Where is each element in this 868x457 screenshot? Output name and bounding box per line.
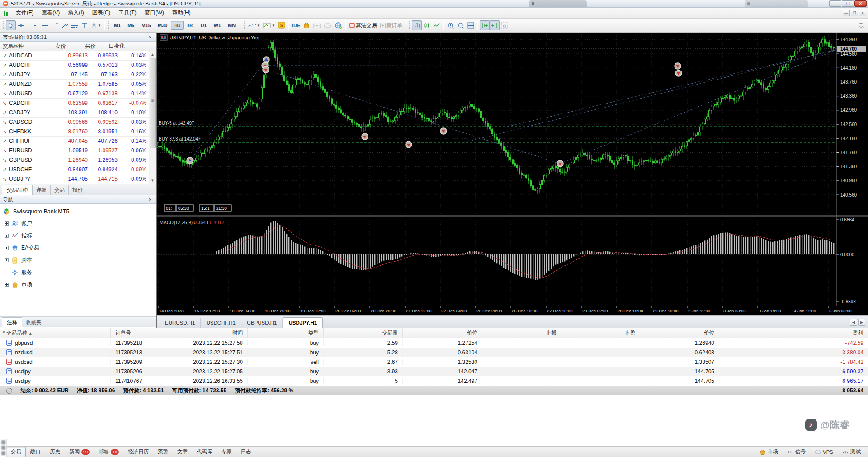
toolbox-tab-代码库[interactable]: 代码库 (192, 447, 217, 457)
market-watch-tab-3[interactable]: 交易 (50, 185, 68, 195)
chart-shift-button[interactable] (480, 20, 490, 30)
trade-row[interactable]: usdjpy1174107672023.12.26 16:33:55buy514… (0, 376, 868, 386)
candlestick-mode-button[interactable] (422, 20, 432, 30)
doc-close-button[interactable]: ✕ (859, 10, 866, 16)
navigator-item-indicator[interactable]: 指标 (0, 230, 156, 242)
market-watch-row[interactable]: ↘GBPUSD1.269401.269530.09% (0, 155, 150, 165)
market-watch-row[interactable]: ↗USDCHF0.849070.84924-0.09% (0, 165, 150, 174)
market-watch-tab-4[interactable]: 报价 (68, 185, 86, 195)
tabs-scroll-left-icon[interactable]: ◀ (850, 319, 857, 326)
toolbox-close-icon[interactable]: ✕ (1, 330, 6, 335)
new-order-button[interactable]: 新订单 (378, 20, 404, 30)
expand-icon[interactable] (5, 246, 9, 250)
menu-item[interactable]: 查看(V) (38, 9, 64, 16)
scrollbar-thumb[interactable] (150, 58, 156, 148)
market-watch-scrollbar[interactable]: ▲ ▼ (149, 51, 156, 184)
cloud-button[interactable] (322, 20, 333, 30)
market-watch-close-icon[interactable]: ✕ (147, 35, 153, 40)
bar-chart-mode-button[interactable] (412, 20, 422, 30)
minimize-button[interactable]: — (829, 0, 841, 7)
chart-tab-eurusdh1[interactable]: EURUSD,H1 (160, 318, 201, 328)
market-watch-row[interactable]: ↗AUDCHF0.569990.570130.03% (0, 61, 150, 70)
chart-area[interactable]: 144.960144.560144.160143.760143.360142.9… (156, 33, 868, 328)
market-watch-row[interactable]: ↘CADSGD0.995660.995920.03% (0, 118, 150, 127)
trade-col-1[interactable]: 交易品种 ▲ (0, 328, 111, 338)
shapes-dropdown-caret[interactable]: ▼ (98, 24, 101, 28)
trade-row[interactable]: gbpusd1173952182023.12.22 15:27:58buy2.5… (0, 338, 868, 348)
navigator-item-users[interactable]: 账户 (0, 217, 156, 230)
market-watch-row[interactable]: ↗AUDCAD0.896130.896330.14% (0, 51, 150, 61)
statusbar-市场-tab[interactable]: 市场 (755, 447, 783, 457)
trade-row[interactable]: usdjpy1173952062023.12.22 15:27:05buy3.9… (0, 367, 868, 376)
toolbox-tab-预警[interactable]: 预警 (153, 447, 173, 457)
doc-restore-button[interactable]: ❐ (851, 10, 858, 16)
market-watch-row[interactable]: ↘EURUSD1.095191.095270.06% (0, 146, 150, 155)
vertical-line-tool-button[interactable] (30, 20, 40, 30)
menu-item[interactable]: 插入(I) (64, 9, 88, 16)
market-watch-row[interactable]: ↗AUDNZD1.075581.075850.05% (0, 80, 150, 89)
indicators-button[interactable]: ▼ (247, 20, 262, 30)
trade-row[interactable]: usdcad1173952092023.12.22 15:27:30sell2.… (0, 357, 868, 367)
timeframe-mn[interactable]: MN (225, 21, 239, 30)
chart-tab-usdjpyh1[interactable]: USDJPY,H1 (283, 317, 323, 328)
timeframe-m30[interactable]: M30 (155, 21, 170, 30)
tile-windows-button[interactable] (466, 20, 476, 30)
trade-col-3[interactable]: 时间 (181, 328, 248, 338)
trade-col-2[interactable]: 订单号 (111, 328, 181, 338)
chart-tab-usdchfh1[interactable]: USDCHF,H1 (201, 318, 241, 328)
signals-button[interactable] (311, 20, 322, 30)
statusbar-测试-tab[interactable]: 测试 (838, 447, 865, 457)
market-watch-row[interactable]: ↘AUDUSD0.671290.671380.14% (0, 89, 150, 99)
timeframe-m1[interactable]: M1 (111, 21, 124, 30)
chart-tab-gbpusdh1[interactable]: GBPUSD,H1 (241, 318, 283, 328)
col-sell[interactable]: 卖价 (39, 42, 69, 50)
scroll-up-icon[interactable]: ▲ (149, 51, 156, 58)
ide-button[interactable]: IDE (291, 20, 302, 30)
zoom-in-button[interactable] (446, 20, 456, 30)
trade-col-7[interactable]: 止损 (482, 328, 561, 338)
trade-col-6[interactable]: 价位 (403, 328, 482, 338)
market-watch-tab-2[interactable]: 详细 (33, 185, 50, 195)
currency-button[interactable]: $ (277, 20, 287, 30)
expand-summary-icon[interactable]: + (6, 388, 12, 394)
toolbox-tab-日志[interactable]: 日志 (236, 447, 256, 457)
market-watch-row[interactable]: ↗CHFHUF407.045407.7260.14% (0, 137, 150, 146)
market-watch-row[interactable]: ↗AUDJPY97.14597.1630.22% (0, 70, 150, 80)
navigator-tab-1[interactable]: 注释 (2, 317, 22, 327)
equidistant-tool-button[interactable] (70, 20, 80, 30)
shapes-tool-button[interactable]: ▼ (90, 20, 103, 30)
zoom-out-button[interactable] (456, 20, 466, 30)
statusbar-vps-tab[interactable]: VPS (810, 447, 838, 457)
navigator-item-service[interactable]: 服务 (0, 266, 156, 278)
toolbox-tab-敞口[interactable]: 敞口 (26, 447, 45, 457)
trade-col-5[interactable]: 交易量 (324, 328, 403, 338)
algo-trading-button[interactable]: 算法交易 (348, 20, 378, 30)
market-watch-row[interactable]: ↗CADJPY108.391108.4100.10% (0, 108, 150, 118)
expand-icon[interactable] (5, 221, 9, 226)
toolbox-tab-经济日历[interactable]: 经济日历 (123, 447, 153, 457)
price-chart[interactable]: 144.960144.560144.160143.760143.360142.9… (157, 33, 868, 315)
expand-icon[interactable] (5, 258, 9, 262)
navigator-item-market[interactable]: 市场 (0, 278, 156, 291)
toolbox-tab-交易[interactable]: 交易 (6, 447, 26, 457)
trade-col-8[interactable]: 止盈 (561, 328, 640, 338)
navigator-item-script[interactable]: 脚本 (0, 254, 156, 266)
menu-item[interactable]: 帮助(H) (168, 9, 195, 16)
tabs-scroll-right-icon[interactable]: ▶ (858, 319, 865, 326)
menu-item[interactable]: 工具(T) (114, 9, 140, 16)
col-buy[interactable]: 买价 (69, 42, 99, 50)
navigator-item-ea[interactable]: EA交易 (0, 242, 156, 254)
scroll-down-icon[interactable]: ▼ (149, 177, 156, 184)
doc-minimize-button[interactable]: — (843, 10, 850, 16)
col-daily-change[interactable]: 日变化 (99, 42, 127, 50)
menu-item[interactable]: 文件(F) (12, 9, 38, 16)
menu-item[interactable]: 图表(C) (88, 9, 115, 16)
search-icon[interactable] (856, 20, 866, 30)
trade-col-10[interactable]: 盈利 (719, 328, 868, 338)
timeframe-h4[interactable]: H4 (184, 21, 197, 30)
line-chart-mode-button[interactable] (432, 20, 442, 30)
community-button[interactable] (333, 20, 344, 30)
crosshair-tool-button[interactable] (16, 20, 26, 30)
navigator-tab-2[interactable]: 收藏夹 (22, 318, 45, 327)
navigator-root[interactable]: Swissquote Bank MT5 (0, 206, 156, 217)
